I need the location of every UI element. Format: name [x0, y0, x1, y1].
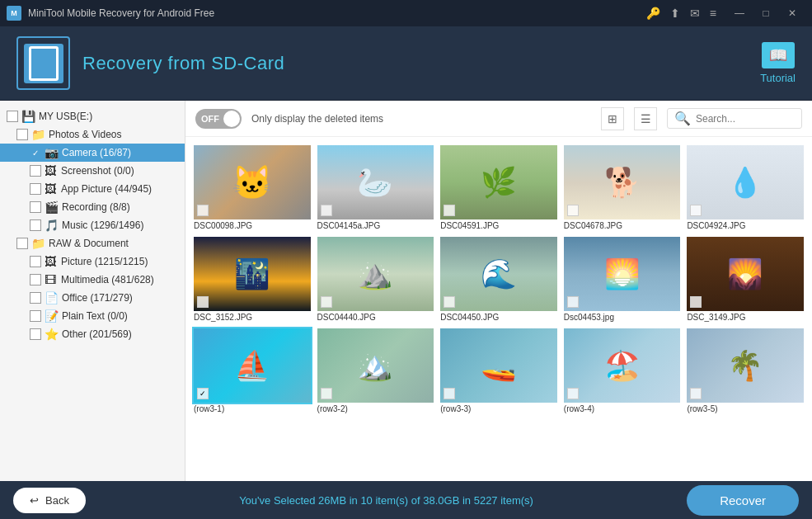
photo-thumbnail [440, 237, 557, 311]
sidebar-office[interactable]: 📄 Office (171/279) [0, 289, 185, 307]
photo-checkbox[interactable] [197, 296, 209, 308]
minimize-button[interactable]: — [726, 0, 753, 26]
sidebar-app-picture[interactable]: 🖼 App Picture (44/945) [0, 180, 185, 198]
multimedia-checkbox[interactable] [30, 274, 41, 285]
photo-checkbox[interactable] [567, 296, 579, 308]
photo-checkbox[interactable]: ✓ [197, 388, 209, 399]
sidebar-root[interactable]: 💾 MY USB(E:) [0, 107, 185, 125]
sidebar-screenshot[interactable]: 🖼 Screenshot (0/0) [0, 162, 185, 180]
sidebar-recording[interactable]: 🎬 Recording (8/8) [0, 198, 185, 216]
titlebar-icons: 🔑 ⬆ ✉ ≡ [646, 7, 716, 20]
photo-checkbox[interactable] [690, 388, 702, 399]
photo-item[interactable]: DSC04145a.JPG [317, 145, 434, 230]
photo-name: (row3-2) [317, 404, 434, 413]
photo-item[interactable]: (row3-3) [440, 328, 557, 413]
photo-item[interactable]: DSC04924.JPG [687, 145, 804, 230]
screenshot-checkbox[interactable] [30, 165, 41, 177]
picture-checkbox[interactable] [30, 256, 41, 267]
photos-checkbox[interactable] [16, 129, 28, 140]
photo-checkbox[interactable] [690, 296, 702, 308]
raw-checkbox[interactable] [16, 238, 28, 249]
sidebar-other[interactable]: ⭐ Other (201/569) [0, 325, 185, 343]
maximize-button[interactable]: □ [753, 0, 779, 26]
root-checkbox[interactable] [7, 111, 18, 122]
other-checkbox[interactable] [30, 328, 41, 340]
sidebar-raw-document[interactable]: 📁 RAW & Document [0, 234, 185, 252]
camera-checkbox[interactable]: ✓ [30, 147, 41, 158]
photo-thumbnail [440, 145, 557, 219]
photo-thumbnail [440, 328, 557, 403]
photo-thumbnail [687, 145, 804, 219]
photo-item[interactable]: Dsc04453.jpg [564, 237, 681, 322]
photo-item[interactable]: DSC04678.JPG [564, 145, 681, 230]
photo-checkbox[interactable] [321, 296, 332, 308]
sidebar-multimedia[interactable]: 🎞 Multimedia (481/628) [0, 271, 185, 289]
plain-text-icon: 📝 [45, 309, 59, 323]
sidebar-picture[interactable]: 🖼 Picture (1215/1215) [0, 252, 185, 271]
photo-item[interactable]: DSC04450.JPG [440, 237, 557, 322]
photo-checkbox[interactable] [567, 388, 579, 399]
photo-name: DSC04450.JPG [440, 313, 557, 322]
close-button[interactable]: ✕ [779, 0, 805, 26]
photo-checkbox[interactable] [321, 388, 332, 399]
recording-checkbox[interactable] [30, 201, 41, 213]
raw-folder-icon: 📁 [31, 237, 45, 250]
recording-label: Recording (8/8) [62, 201, 130, 213]
key-icon[interactable]: 🔑 [646, 7, 660, 20]
photo-thumbnail [194, 237, 311, 311]
list-view-button[interactable]: ☰ [634, 107, 657, 130]
search-input[interactable] [696, 113, 795, 125]
photo-name: DSC04591.JPG [440, 221, 557, 230]
mail-icon[interactable]: ✉ [690, 7, 700, 20]
photo-item[interactable]: (row3-2) [317, 328, 434, 413]
photo-checkbox[interactable] [444, 388, 455, 399]
photo-item[interactable]: (row3-5) [687, 328, 804, 413]
photo-checkbox[interactable] [444, 296, 455, 308]
sidebar-music[interactable]: 🎵 Music (1296/1496) [0, 216, 185, 234]
titlebar: M MiniTool Mobile Recovery for Android F… [0, 0, 812, 26]
back-button[interactable]: ↩ Back [13, 488, 86, 513]
menu-icon[interactable]: ≡ [710, 7, 716, 20]
photo-checkbox[interactable] [690, 205, 702, 216]
photos-label: Photos & Videos [49, 129, 122, 140]
sidebar-photos-videos[interactable]: 📁 Photos & Videos [0, 125, 185, 144]
photo-name: DSC04924.JPG [687, 221, 804, 230]
photo-item[interactable]: DSC_3149.JPG [687, 237, 804, 322]
photo-item[interactable]: ✓(row3-1) [194, 328, 311, 413]
app-title: MiniTool Mobile Recovery for Android Fre… [28, 7, 646, 19]
photo-checkbox[interactable] [197, 205, 209, 216]
toolbar: OFF Only display the deleted items ⊞ ☰ 🔍 [185, 101, 812, 137]
photo-name: (row3-3) [440, 404, 557, 413]
photo-thumbnail [317, 145, 434, 219]
sidebar-plain-text[interactable]: 📝 Plain Text (0/0) [0, 307, 185, 325]
app-picture-checkbox[interactable] [30, 183, 41, 195]
tutorial-button[interactable]: 📖 Tutorial [760, 42, 796, 84]
photo-thumbnail [317, 328, 434, 403]
sidebar-camera[interactable]: ✓ 📷 Camera (16/87) [0, 144, 185, 162]
music-checkbox[interactable] [30, 219, 41, 231]
photo-name: DSC04678.JPG [564, 221, 681, 230]
photo-item[interactable]: DSC00098.JPG [194, 145, 311, 230]
camera-icon: 📷 [45, 146, 59, 159]
photo-item[interactable]: DSC04591.JPG [440, 145, 557, 230]
office-checkbox[interactable] [30, 292, 41, 304]
photo-name: (row3-4) [564, 404, 681, 413]
photo-item[interactable]: DSC_3152.JPG [194, 237, 311, 322]
camera-label: Camera (16/87) [62, 147, 131, 158]
recover-button[interactable]: Recover [687, 485, 799, 516]
plain-text-checkbox[interactable] [30, 310, 41, 322]
photo-name: DSC04145a.JPG [317, 221, 434, 230]
photo-name: Dsc04453.jpg [564, 313, 681, 322]
plain-text-label: Plain Text (0/0) [62, 310, 128, 322]
photo-item[interactable]: (row3-4) [564, 328, 681, 413]
photo-thumbnail [564, 328, 681, 403]
grid-view-button[interactable]: ⊞ [601, 107, 624, 130]
photo-checkbox[interactable] [444, 205, 455, 216]
picture-icon: 🖼 [45, 255, 58, 268]
photo-checkbox[interactable] [321, 205, 332, 216]
tutorial-icon: 📖 [762, 42, 795, 68]
photo-item[interactable]: DSC04440.JPG [317, 237, 434, 322]
upload-icon[interactable]: ⬆ [670, 7, 680, 20]
toggle-switch[interactable]: OFF [195, 109, 242, 129]
photo-checkbox[interactable] [567, 205, 579, 216]
